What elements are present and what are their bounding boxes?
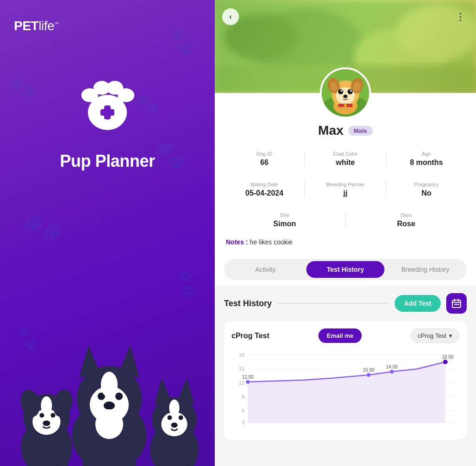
svg-point-61: [350, 90, 352, 92]
breeding-partner-cell: Breeding Partner jj: [305, 178, 385, 201]
calendar-icon: [451, 298, 462, 308]
dog-id-label: Dog ID: [257, 151, 272, 157]
svg-point-14: [43, 420, 50, 426]
test-card: cProg Test Email me cProg Test ▾ 18 15 1…: [224, 321, 467, 440]
section-title: Test History: [224, 299, 272, 308]
email-me-button[interactable]: Email me: [318, 328, 362, 343]
svg-rect-71: [458, 304, 459, 305]
breeding-partner-value: jj: [344, 189, 348, 197]
gender-badge: Male: [348, 126, 373, 136]
left-panel: 🐾 🐾 🐾 🐾 🐾 🐾 🐾 PETlife™: [0, 0, 215, 466]
svg-text:3: 3: [242, 420, 245, 425]
paw-icon-container: [68, 61, 147, 140]
svg-point-27: [104, 401, 115, 410]
notes-label: Notes :: [226, 238, 248, 246]
svg-text:12: 12: [239, 380, 245, 386]
svg-point-38: [178, 415, 183, 420]
svg-point-28: [101, 372, 118, 398]
dam-value: Rose: [397, 220, 415, 228]
test-card-title: cProg Test: [231, 332, 270, 340]
svg-text:6: 6: [242, 408, 245, 413]
paw-watermark-1: 🐾: [164, 24, 200, 59]
pregnancy-cell: Pregnancy No: [386, 178, 467, 201]
coat-color-cell: Coat Color white: [305, 147, 385, 171]
svg-text:14.00: 14.00: [386, 364, 397, 369]
sire-cell: Sire Simon: [224, 209, 345, 232]
svg-text:12.00: 12.00: [242, 374, 253, 380]
svg-rect-70: [456, 304, 457, 305]
svg-text:15.00: 15.00: [363, 368, 374, 373]
pregnancy-label: Pregnancy: [414, 182, 439, 187]
test-card-header: cProg Test Email me cProg Test ▾: [231, 328, 459, 343]
svg-rect-6: [100, 109, 114, 116]
info-grid-row1: Dog ID 66 Coat Color white Age 8 months: [215, 147, 476, 171]
section-header: Test History Add Test: [224, 293, 467, 314]
profile-header: ‹ ⋮: [215, 0, 476, 93]
svg-text:18: 18: [239, 352, 245, 358]
age-label: Age: [422, 151, 431, 157]
app-logo: PETlife™: [14, 19, 59, 33]
coat-color-value: white: [336, 158, 355, 167]
pet-name-row: Max Male: [215, 123, 476, 138]
dog-id-value: 66: [260, 158, 269, 167]
svg-point-84: [246, 380, 250, 384]
svg-point-87: [390, 370, 394, 374]
app-title: Pup Planner: [60, 151, 155, 171]
dog-id-cell: Dog ID 66: [224, 147, 304, 171]
section-divider: [278, 303, 389, 304]
svg-point-12: [40, 413, 44, 418]
notes-row: Notes : he likes cookie: [215, 238, 476, 246]
svg-rect-29: [83, 451, 97, 466]
dogs-svg: [0, 327, 215, 466]
tab-breeding-history[interactable]: Breeding History: [386, 261, 464, 278]
age-value: 8 months: [410, 158, 443, 167]
svg-point-59: [348, 89, 353, 94]
more-button[interactable]: ⋮: [452, 8, 469, 25]
tabs-inner: Activity Test History Breeding History: [224, 259, 467, 280]
svg-point-39: [171, 423, 178, 428]
svg-point-86: [367, 373, 370, 377]
dropdown-arrow-icon: ▾: [449, 332, 452, 339]
info-grid-row3: Sire Simon Dam Rose: [215, 209, 476, 232]
sire-value: Simon: [273, 220, 296, 228]
svg-rect-69: [454, 304, 456, 305]
calendar-button[interactable]: [446, 293, 467, 314]
sire-label: Sire: [280, 212, 289, 218]
breeding-partner-label: Breeding Partner: [326, 182, 364, 187]
right-panel: ‹ ⋮: [215, 0, 476, 466]
notes-value: he likes cookie: [250, 238, 292, 246]
mating-date-value: 05-04-2024: [245, 189, 284, 197]
svg-point-64: [344, 104, 347, 107]
svg-point-26: [115, 393, 123, 400]
svg-point-13: [51, 413, 55, 418]
svg-point-60: [341, 90, 343, 92]
svg-point-62: [343, 95, 347, 98]
pregnancy-value: No: [422, 189, 431, 197]
test-type-dropdown[interactable]: cProg Test ▾: [411, 328, 459, 343]
coat-color-label: Coat Color: [333, 151, 358, 157]
svg-point-17: [41, 396, 52, 415]
logo-area: PETlife™: [14, 19, 59, 33]
tab-test-history[interactable]: Test History: [306, 261, 384, 278]
tab-activity[interactable]: Activity: [226, 261, 304, 278]
add-test-button[interactable]: Add Test: [395, 295, 441, 312]
mating-date-label: Mating Date: [251, 182, 278, 187]
chart-svg: 18 15 12 9 6 3: [231, 348, 459, 432]
chart-container: 18 15 12 9 6 3: [231, 348, 459, 432]
svg-point-31: [95, 409, 123, 439]
svg-point-85: [443, 360, 448, 364]
avatar-dog-svg: [322, 67, 369, 118]
svg-point-40: [169, 400, 179, 416]
dam-cell: Dam Rose: [346, 209, 467, 232]
age-cell: Age 8 months: [386, 147, 467, 171]
svg-point-4: [118, 88, 134, 102]
back-button[interactable]: ‹: [222, 8, 239, 25]
svg-text:18.00: 18.00: [442, 354, 453, 360]
svg-text:9: 9: [242, 394, 245, 400]
info-grid-row2: Mating Date 05-04-2024 Breeding Partner …: [215, 178, 476, 201]
svg-point-37: [167, 415, 172, 420]
svg-point-58: [338, 89, 343, 94]
tabs-container: Activity Test History Breeding History: [215, 253, 476, 286]
test-type-label: cProg Test: [418, 332, 446, 339]
paw-plus-icon: [70, 64, 145, 138]
